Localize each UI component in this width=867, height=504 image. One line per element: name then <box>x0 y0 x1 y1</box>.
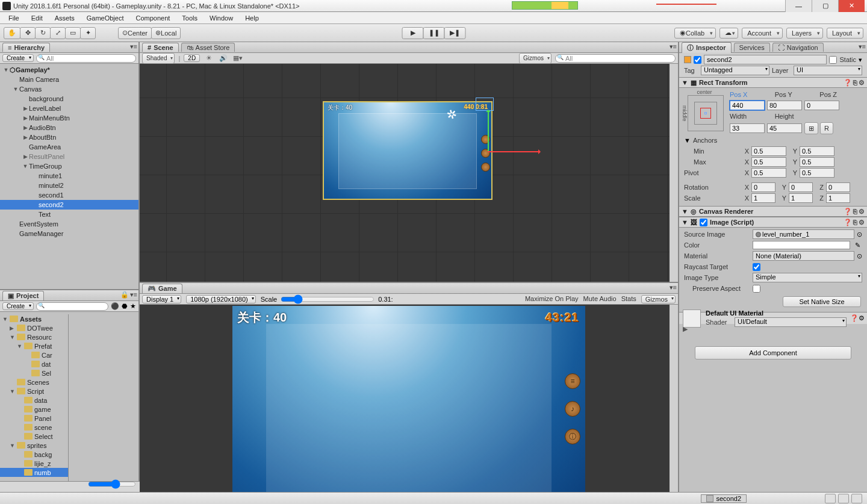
active-checkbox[interactable] <box>694 56 701 64</box>
width-field[interactable] <box>730 123 765 133</box>
pause-button[interactable]: ❚❚ <box>423 27 445 39</box>
help-icon[interactable]: ❓ <box>844 219 852 226</box>
scale-tool[interactable]: ⤢ <box>50 27 66 39</box>
image-enabled-checkbox[interactable] <box>700 219 707 226</box>
pivot-y[interactable] <box>800 168 834 178</box>
inspector-tab[interactable]: ⓘ Inspector <box>682 42 732 53</box>
move-tool[interactable]: ✥ <box>20 27 36 39</box>
menu-window[interactable]: Window <box>205 13 238 23</box>
hierarchy-item[interactable]: GameManager <box>0 229 138 238</box>
material-header[interactable]: Default UI Material ShaderUI/Default ❓⚙ <box>679 312 867 324</box>
gear-icon[interactable]: ⚙ <box>859 79 865 87</box>
project-folder[interactable]: Sel <box>0 369 68 378</box>
maximize-button[interactable]: ▢ <box>812 0 838 12</box>
project-folder[interactable]: ▼sprites <box>0 441 68 450</box>
hierarchy-tab[interactable]: ≡ Hierarchy <box>2 43 50 52</box>
panel-menu-icon[interactable]: ▾≡ <box>670 284 677 291</box>
hierarchy-item[interactable]: minutel2 <box>0 181 138 190</box>
hierarchy-item[interactable]: ▼TimeGroup <box>0 161 138 171</box>
rect-transform-header[interactable]: ▼ ▦ Rect Transform ❓⎘⚙ <box>679 77 867 88</box>
shader-dropdown[interactable]: UI/Default <box>735 317 847 327</box>
project-folder[interactable]: ▶DOTwee <box>0 323 68 332</box>
thumbnail-size-slider[interactable] <box>88 479 136 489</box>
game-menu-btn[interactable]: ≡ <box>565 373 580 389</box>
mute-toggle[interactable]: Mute Audio <box>583 295 617 303</box>
scene-search[interactable]: All <box>555 54 676 63</box>
menu-assets[interactable]: Assets <box>50 13 79 23</box>
help-icon[interactable]: ❓ <box>844 208 852 216</box>
project-folder[interactable]: data <box>0 396 68 405</box>
project-folder[interactable]: lijie_z <box>0 459 68 468</box>
menu-tools[interactable]: Tools <box>177 13 202 23</box>
project-folder[interactable]: Car <box>0 350 68 359</box>
menu-edit[interactable]: Edit <box>26 13 48 23</box>
cloud-button[interactable] <box>719 28 738 39</box>
panel-menu-icon[interactable]: ▾≡ <box>670 43 677 51</box>
project-folder[interactable]: Panel <box>0 414 68 423</box>
project-folder[interactable]: dat <box>0 359 68 369</box>
menu-component[interactable]: Component <box>131 13 175 23</box>
game-scrollbar[interactable] <box>670 305 678 504</box>
2d-toggle[interactable]: 2D <box>184 54 200 62</box>
preset-icon[interactable]: ⎘ <box>853 219 857 226</box>
filter-icon[interactable]: ⬣ <box>122 302 128 310</box>
menu-help[interactable]: Help <box>240 13 264 23</box>
game-tab[interactable]: 🎮 Game <box>142 284 182 293</box>
project-folder[interactable]: backg <box>0 450 68 459</box>
hierarchy-item[interactable]: minute1 <box>0 171 138 181</box>
anchor-max-y[interactable] <box>800 157 834 167</box>
canvas-renderer-header[interactable]: ▼ ◎ Canvas Renderer ❓⎘⚙ <box>679 206 867 217</box>
audio-icon[interactable]: 🔊 <box>218 54 229 63</box>
hierarchy-item[interactable]: GameArea <box>0 142 138 152</box>
project-folder[interactable]: ▼Assets <box>0 314 68 323</box>
blueprint-button[interactable]: ⊞ <box>804 122 818 134</box>
light-icon[interactable]: ☀ <box>204 54 214 63</box>
source-image-field[interactable]: level_number_1 <box>753 229 854 239</box>
object-picker-icon[interactable]: ⊙ <box>857 231 862 238</box>
raycast-checkbox[interactable] <box>753 263 760 271</box>
anchors-foldout[interactable]: ▼ <box>684 137 691 144</box>
hierarchy-item[interactable]: ▶MainMenuBtn <box>0 113 138 123</box>
asset-store-tab[interactable]: 🛍 Asset Store <box>181 43 235 52</box>
raw-button[interactable]: R <box>820 122 833 134</box>
status-selection[interactable]: second2 <box>701 494 747 503</box>
add-component-button[interactable]: Add Component <box>695 346 851 359</box>
x-axis-gizmo[interactable] <box>488 151 539 152</box>
hierarchy-item[interactable]: ▼Canvas <box>0 84 138 94</box>
project-folder[interactable]: ▼Prefat <box>0 341 68 350</box>
panel-lock-icon[interactable]: 🔒 <box>120 291 129 299</box>
posy-field[interactable] <box>767 101 802 110</box>
project-folder[interactable]: game <box>0 405 68 414</box>
hierarchy-search[interactable]: All <box>36 54 136 63</box>
fx-icon[interactable]: ▦▾ <box>232 54 243 63</box>
gear-icon[interactable]: ⚙ <box>859 219 865 226</box>
preset-icon[interactable]: ⎘ <box>853 79 857 87</box>
material-field[interactable]: None (Material) <box>753 251 854 261</box>
layer-dropdown[interactable]: UI <box>794 66 862 75</box>
gear-icon[interactable]: ⚙ <box>859 314 865 322</box>
help-icon[interactable]: ❓ <box>844 79 852 87</box>
image-header[interactable]: ▼ 🖼 Image (Script) ❓⎘⚙ <box>679 217 867 228</box>
gear-icon[interactable]: ⚙ <box>859 208 865 216</box>
shading-dropdown[interactable]: Shaded <box>142 53 175 64</box>
rot-z[interactable] <box>826 182 850 192</box>
hierarchy-item[interactable]: second2 <box>0 200 138 210</box>
posz-field[interactable] <box>804 101 839 110</box>
resolution-dropdown[interactable]: 1080p (1920x1080) <box>186 295 255 303</box>
hierarchy-item[interactable]: ▶AboutBtn <box>0 132 138 142</box>
status-icon[interactable] <box>838 494 849 503</box>
anchor-min-y[interactable] <box>800 146 834 156</box>
scale-y[interactable] <box>789 193 813 203</box>
filter-icon[interactable]: ⚫ <box>111 302 119 310</box>
hand-tool[interactable]: ✋ <box>4 27 20 39</box>
foldout-icon[interactable]: ▼ <box>682 208 688 215</box>
y-axis-gizmo[interactable] <box>488 111 489 152</box>
menu-file[interactable]: File <box>4 13 24 23</box>
scene-scrollbar[interactable] <box>670 64 678 282</box>
static-dropdown-icon[interactable]: ▾ <box>859 56 862 64</box>
minimize-button[interactable]: — <box>785 0 812 12</box>
panel-menu-icon[interactable]: ▾≡ <box>859 43 866 51</box>
tag-dropdown[interactable]: Untagged <box>701 66 769 75</box>
posx-field[interactable] <box>730 101 765 110</box>
hierarchy-item[interactable]: EventSystem <box>0 219 138 229</box>
